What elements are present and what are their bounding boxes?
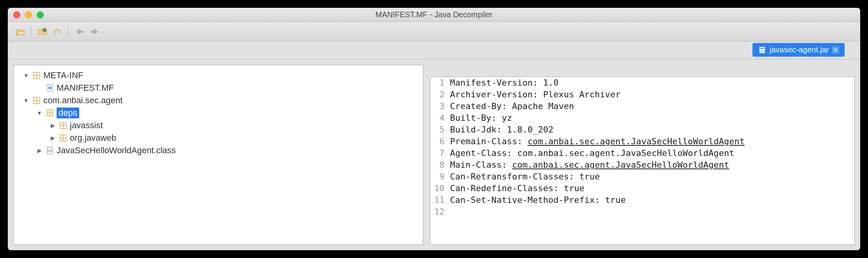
- tree-label: META-INF: [43, 70, 83, 81]
- tree-label: javassist: [70, 120, 103, 131]
- code-text: Premain-Class: com.anbai.sec.agent.JavaS…: [450, 136, 745, 147]
- package-icon: [59, 134, 68, 142]
- code-line: 3Created-By: Apache Maven: [430, 100, 854, 112]
- code-line: 7Agent-Class: com.anbai.sec.agent.JavaSe…: [430, 147, 854, 159]
- line-number: 8: [430, 159, 450, 171]
- tab-close-icon[interactable]: ✕: [832, 47, 839, 54]
- code-text: Can-Redefine-Classes: true: [450, 183, 584, 194]
- tree-node-agent-pkg[interactable]: ▼ com.anbai.sec.agent: [19, 94, 417, 107]
- collapse-arrow-icon[interactable]: ▶: [49, 122, 57, 129]
- tree-node-deps[interactable]: ▼ deps: [19, 107, 417, 119]
- line-number: 2: [430, 89, 450, 100]
- close-window-button[interactable]: [13, 11, 20, 18]
- code-line: 11Can-Set-Native-Method-Prefix: true: [430, 194, 854, 206]
- open-type-icon[interactable]: [37, 26, 48, 37]
- maximize-window-button[interactable]: [37, 11, 44, 18]
- open-file-icon[interactable]: [15, 26, 26, 37]
- manifest-file-icon: M: [46, 84, 54, 92]
- code-text: Created-By: Apache Maven: [450, 100, 574, 112]
- code-line: 9Can-Retransform-Classes: true: [430, 171, 854, 183]
- package-icon: [32, 96, 41, 105]
- package-icon: [32, 71, 41, 80]
- tab-javasec-agent[interactable]: 010 javasec-agent.jar ✕: [752, 43, 845, 57]
- code-text: Build-Jdk: 1.8.0_202: [450, 124, 553, 136]
- tree-label: org.javaweb: [70, 133, 116, 143]
- tree-node-javassist[interactable]: ▶ javassist: [19, 119, 417, 132]
- line-number: 12: [430, 206, 450, 218]
- code-text: Archiver-Version: Plexus Archiver: [450, 89, 621, 100]
- toolbar: [8, 22, 860, 41]
- expand-arrow-icon[interactable]: ▼: [22, 97, 30, 104]
- class-link[interactable]: com.anbai.sec.agent.JavaSecHelloWorldAge…: [512, 160, 729, 170]
- window-title: MANIFEST.MF - Java Decompiler: [375, 10, 493, 19]
- code-line: 6Premain-Class: com.anbai.sec.agent.Java…: [430, 136, 854, 147]
- package-icon: [46, 109, 54, 117]
- code-line: 2Archiver-Version: Plexus Archiver: [430, 89, 854, 100]
- code-text: Built-By: yz: [450, 112, 512, 124]
- code-text: Can-Set-Native-Method-Prefix: true: [450, 194, 626, 206]
- code-line: 1Manifest-Version: 1.0: [430, 77, 854, 89]
- line-number: 10: [430, 183, 450, 194]
- search-icon[interactable]: [52, 26, 63, 37]
- tree-node-agent-class[interactable]: ▶ 010 JavaSecHelloWorldAgent.class: [19, 144, 417, 157]
- svg-rect-3: [760, 48, 764, 49]
- collapse-arrow-icon[interactable]: ▶: [49, 135, 57, 141]
- minimize-window-button[interactable]: [25, 11, 32, 18]
- toolbar-separator: [31, 26, 32, 38]
- line-number: 4: [430, 112, 450, 124]
- svg-text:M: M: [48, 86, 52, 90]
- code-line: 8Main-Class: com.anbai.sec.agent.JavaSec…: [430, 159, 854, 171]
- line-number: 11: [430, 194, 450, 206]
- code-text: Agent-Class: com.anbai.sec.agent.JavaSec…: [450, 147, 734, 159]
- code-line: 12: [430, 206, 854, 218]
- svg-point-1: [58, 30, 60, 33]
- tab-bar: 010 javasec-agent.jar ✕: [8, 41, 860, 59]
- tab-label: javasec-agent.jar: [770, 45, 829, 54]
- line-number: 1: [430, 77, 450, 89]
- back-icon[interactable]: [74, 26, 85, 37]
- code-line: 4Built-By: yz: [430, 112, 854, 124]
- tree-label-selected: deps: [57, 108, 79, 118]
- line-number: 6: [430, 136, 450, 147]
- line-number: 7: [430, 147, 450, 159]
- line-number: 3: [430, 100, 450, 112]
- class-link[interactable]: com.anbai.sec.agent.JavaSecHelloWorldAge…: [528, 136, 745, 146]
- toolbar-separator: [68, 26, 69, 38]
- code-text: Main-Class: com.anbai.sec.agent.JavaSecH…: [450, 159, 729, 171]
- line-number: 9: [430, 171, 450, 183]
- code-line: 10Can-Redefine-Classes: true: [430, 183, 854, 194]
- code-panel[interactable]: 1Manifest-Version: 1.0 2Archiver-Version…: [430, 77, 855, 245]
- tree-node-manifest[interactable]: M MANIFEST.MF: [19, 82, 417, 94]
- app-window: MANIFEST.MF - Java Decompiler 010 javase…: [8, 8, 860, 250]
- tree-node-meta-inf[interactable]: ▼ META-INF: [19, 69, 417, 82]
- forward-icon[interactable]: [89, 26, 100, 37]
- content-area: ▼ META-INF M MANIFEST.MF ▼ com.anbai.sec…: [8, 59, 860, 250]
- code-text: Manifest-Version: 1.0: [450, 77, 559, 89]
- tree-label: JavaSecHelloWorldAgent.class: [57, 145, 176, 156]
- expand-arrow-icon[interactable]: ▼: [22, 72, 30, 79]
- svg-point-0: [43, 28, 46, 32]
- package-icon: [59, 121, 68, 130]
- line-number: 5: [430, 124, 450, 136]
- code-text: Can-Retransform-Classes: true: [450, 171, 600, 183]
- code-line: 5Build-Jdk: 1.8.0_202: [430, 124, 854, 136]
- expand-arrow-icon[interactable]: ▼: [36, 110, 43, 116]
- class-file-icon: 010: [46, 146, 54, 155]
- tree-label: MANIFEST.MF: [57, 83, 114, 93]
- traffic-lights: [13, 11, 44, 18]
- tree-label: com.anbai.sec.agent: [43, 95, 123, 106]
- titlebar: MANIFEST.MF - Java Decompiler: [8, 8, 860, 22]
- collapse-arrow-icon[interactable]: ▶: [36, 147, 43, 154]
- tree-node-javaweb[interactable]: ▶ org.javaweb: [19, 132, 417, 144]
- tree-panel[interactable]: ▼ META-INF M MANIFEST.MF ▼ com.anbai.sec…: [13, 65, 423, 245]
- jar-icon: 010: [758, 46, 767, 54]
- svg-text:010: 010: [760, 50, 765, 52]
- svg-text:010: 010: [48, 149, 52, 152]
